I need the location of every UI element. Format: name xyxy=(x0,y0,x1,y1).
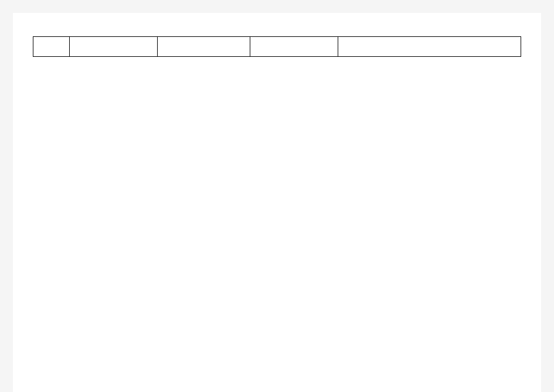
table-cell xyxy=(158,37,250,57)
table-cell xyxy=(70,37,158,57)
table-cell xyxy=(250,37,338,57)
document-page xyxy=(13,13,541,392)
data-table xyxy=(33,36,521,57)
table-cell xyxy=(338,37,521,57)
table-row xyxy=(33,37,521,57)
table-cell xyxy=(33,37,70,57)
